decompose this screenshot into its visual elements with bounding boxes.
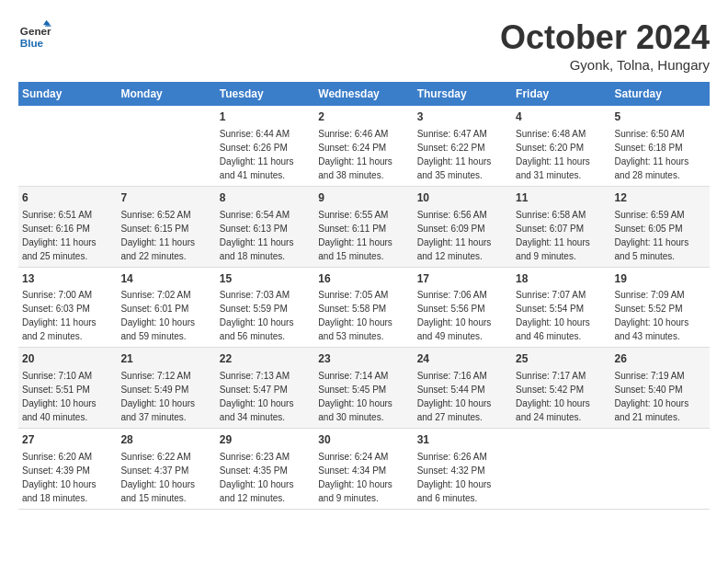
day-info: Sunrise: 6:52 AM Sunset: 6:15 PM Dayligh… [120, 210, 195, 261]
calendar-cell: 28Sunrise: 6:22 AM Sunset: 4:37 PM Dayli… [117, 429, 215, 510]
day-number: 8 [220, 190, 311, 206]
location: Gyonk, Tolna, Hungary [500, 57, 710, 73]
calendar-cell: 18Sunrise: 7:07 AM Sunset: 5:54 PM Dayli… [512, 267, 610, 348]
day-number: 22 [220, 351, 311, 367]
calendar-cell: 25Sunrise: 7:17 AM Sunset: 5:42 PM Dayli… [512, 348, 610, 429]
calendar-cell: 1Sunrise: 6:44 AM Sunset: 6:26 PM Daylig… [216, 106, 314, 186]
day-number: 10 [417, 190, 508, 206]
header-cell-sunday: Sunday [18, 82, 117, 106]
calendar-cell: 24Sunrise: 7:16 AM Sunset: 5:44 PM Dayli… [414, 348, 512, 429]
logo-icon: General Blue [18, 18, 51, 52]
day-info: Sunrise: 7:13 AM Sunset: 5:47 PM Dayligh… [220, 371, 294, 422]
day-info: Sunrise: 6:24 AM Sunset: 4:34 PM Dayligh… [318, 452, 392, 503]
calendar-table: SundayMondayTuesdayWednesdayThursdayFrid… [18, 82, 710, 510]
day-number: 2 [318, 109, 409, 125]
header-cell-wednesday: Wednesday [314, 82, 413, 106]
day-number: 23 [318, 351, 409, 367]
day-number: 29 [220, 432, 311, 448]
day-info: Sunrise: 7:10 AM Sunset: 5:51 PM Dayligh… [22, 371, 97, 422]
calendar-cell: 12Sunrise: 6:59 AM Sunset: 6:05 PM Dayli… [611, 186, 710, 267]
day-info: Sunrise: 7:17 AM Sunset: 5:42 PM Dayligh… [516, 371, 590, 422]
calendar-cell: 20Sunrise: 7:10 AM Sunset: 5:51 PM Dayli… [18, 348, 117, 429]
day-number: 21 [120, 351, 211, 367]
calendar-cell: 4Sunrise: 6:48 AM Sunset: 6:20 PM Daylig… [512, 106, 610, 186]
title-block: October 2024 Gyonk, Tolna, Hungary [500, 18, 710, 73]
calendar-cell: 11Sunrise: 6:58 AM Sunset: 6:07 PM Dayli… [512, 186, 610, 267]
page-header: General Blue October 2024 Gyonk, Tolna, … [18, 18, 710, 73]
calendar-cell: 23Sunrise: 7:14 AM Sunset: 5:45 PM Dayli… [314, 348, 413, 429]
week-row-3: 13Sunrise: 7:00 AM Sunset: 6:03 PM Dayli… [18, 267, 710, 348]
day-number: 30 [318, 432, 409, 448]
day-info: Sunrise: 6:46 AM Sunset: 6:24 PM Dayligh… [318, 129, 392, 180]
calendar-cell: 9Sunrise: 6:55 AM Sunset: 6:11 PM Daylig… [314, 186, 413, 267]
day-number: 31 [417, 432, 508, 448]
day-info: Sunrise: 6:44 AM Sunset: 6:26 PM Dayligh… [220, 129, 294, 180]
day-info: Sunrise: 7:06 AM Sunset: 5:56 PM Dayligh… [417, 290, 492, 341]
header-cell-saturday: Saturday [611, 82, 710, 106]
day-number: 24 [417, 351, 508, 367]
day-info: Sunrise: 7:12 AM Sunset: 5:49 PM Dayligh… [120, 371, 195, 422]
calendar-cell [512, 429, 610, 510]
calendar-cell: 3Sunrise: 6:47 AM Sunset: 6:22 PM Daylig… [414, 106, 512, 186]
calendar-cell: 2Sunrise: 6:46 AM Sunset: 6:24 PM Daylig… [314, 106, 413, 186]
calendar-cell: 14Sunrise: 7:02 AM Sunset: 6:01 PM Dayli… [117, 267, 215, 348]
day-info: Sunrise: 6:51 AM Sunset: 6:16 PM Dayligh… [22, 210, 97, 261]
day-info: Sunrise: 7:07 AM Sunset: 5:54 PM Dayligh… [516, 290, 590, 341]
day-number: 27 [22, 432, 113, 448]
calendar-cell: 30Sunrise: 6:24 AM Sunset: 4:34 PM Dayli… [314, 429, 413, 510]
day-number: 20 [22, 351, 113, 367]
day-number: 16 [318, 271, 409, 287]
calendar-cell [611, 429, 710, 510]
day-info: Sunrise: 7:02 AM Sunset: 6:01 PM Dayligh… [120, 290, 195, 341]
day-number: 14 [120, 271, 211, 287]
header-cell-thursday: Thursday [414, 82, 512, 106]
day-info: Sunrise: 6:54 AM Sunset: 6:13 PM Dayligh… [220, 210, 294, 261]
calendar-cell: 19Sunrise: 7:09 AM Sunset: 5:52 PM Dayli… [611, 267, 710, 348]
month-title: October 2024 [500, 18, 710, 57]
day-info: Sunrise: 6:22 AM Sunset: 4:37 PM Dayligh… [120, 452, 195, 503]
day-info: Sunrise: 6:50 AM Sunset: 6:18 PM Dayligh… [615, 129, 689, 180]
day-info: Sunrise: 6:20 AM Sunset: 4:39 PM Dayligh… [22, 452, 97, 503]
svg-text:Blue: Blue [20, 37, 44, 49]
day-number: 17 [417, 271, 508, 287]
week-row-4: 20Sunrise: 7:10 AM Sunset: 5:51 PM Dayli… [18, 348, 710, 429]
calendar-cell: 6Sunrise: 6:51 AM Sunset: 6:16 PM Daylig… [18, 186, 117, 267]
day-info: Sunrise: 6:58 AM Sunset: 6:07 PM Dayligh… [516, 210, 590, 261]
day-info: Sunrise: 6:48 AM Sunset: 6:20 PM Dayligh… [516, 129, 590, 180]
day-info: Sunrise: 6:55 AM Sunset: 6:11 PM Dayligh… [318, 210, 392, 261]
logo: General Blue [18, 18, 51, 52]
day-info: Sunrise: 7:05 AM Sunset: 5:58 PM Dayligh… [318, 290, 392, 341]
header-cell-friday: Friday [512, 82, 610, 106]
day-number: 19 [615, 271, 706, 287]
day-info: Sunrise: 7:09 AM Sunset: 5:52 PM Dayligh… [615, 290, 689, 341]
week-row-2: 6Sunrise: 6:51 AM Sunset: 6:16 PM Daylig… [18, 186, 710, 267]
header-cell-monday: Monday [117, 82, 215, 106]
day-info: Sunrise: 7:14 AM Sunset: 5:45 PM Dayligh… [318, 371, 392, 422]
day-number: 3 [417, 109, 508, 125]
calendar-cell: 22Sunrise: 7:13 AM Sunset: 5:47 PM Dayli… [216, 348, 314, 429]
calendar-cell [117, 106, 215, 186]
calendar-cell: 5Sunrise: 6:50 AM Sunset: 6:18 PM Daylig… [611, 106, 710, 186]
day-number: 12 [615, 190, 706, 206]
day-number: 13 [22, 271, 113, 287]
day-number: 28 [120, 432, 211, 448]
day-number: 15 [220, 271, 311, 287]
calendar-cell: 17Sunrise: 7:06 AM Sunset: 5:56 PM Dayli… [414, 267, 512, 348]
calendar-cell: 26Sunrise: 7:19 AM Sunset: 5:40 PM Dayli… [611, 348, 710, 429]
calendar-cell: 7Sunrise: 6:52 AM Sunset: 6:15 PM Daylig… [117, 186, 215, 267]
day-number: 5 [615, 109, 706, 125]
calendar-cell: 27Sunrise: 6:20 AM Sunset: 4:39 PM Dayli… [18, 429, 117, 510]
day-info: Sunrise: 7:16 AM Sunset: 5:44 PM Dayligh… [417, 371, 492, 422]
calendar-cell: 10Sunrise: 6:56 AM Sunset: 6:09 PM Dayli… [414, 186, 512, 267]
week-row-5: 27Sunrise: 6:20 AM Sunset: 4:39 PM Dayli… [18, 429, 710, 510]
day-info: Sunrise: 6:59 AM Sunset: 6:05 PM Dayligh… [615, 210, 689, 261]
day-number: 7 [120, 190, 211, 206]
day-number: 4 [516, 109, 607, 125]
calendar-header-row: SundayMondayTuesdayWednesdayThursdayFrid… [18, 82, 710, 106]
day-number: 1 [220, 109, 311, 125]
week-row-1: 1Sunrise: 6:44 AM Sunset: 6:26 PM Daylig… [18, 106, 710, 186]
calendar-cell: 31Sunrise: 6:26 AM Sunset: 4:32 PM Dayli… [414, 429, 512, 510]
calendar-cell [18, 106, 117, 186]
day-number: 18 [516, 271, 607, 287]
day-number: 11 [516, 190, 607, 206]
